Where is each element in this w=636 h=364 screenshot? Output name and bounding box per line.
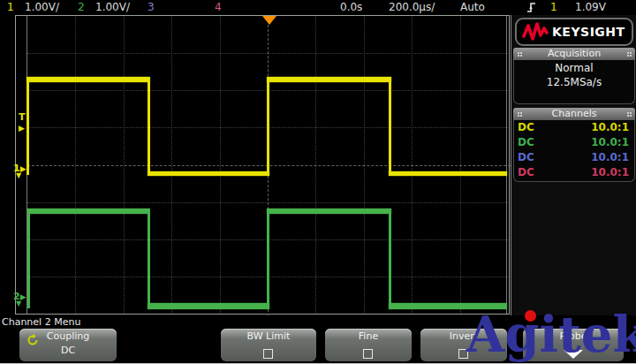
ch1-trace-level (267, 77, 391, 82)
ch2-trace-level (27, 209, 149, 214)
ch1-trace-level (389, 171, 507, 176)
status-bar: 1 1.00V/ 2 1.00V/ 3 4 0.0s 200.0µs/ Auto… (0, 0, 636, 15)
drag-dots-icon (627, 112, 629, 114)
watermark-i-dot (525, 310, 536, 322)
trigger-level-marker[interactable]: T ▶ (19, 111, 26, 133)
channel-row-1[interactable]: DC 10.0:1 (514, 120, 634, 135)
ch2-trace-edge (148, 209, 150, 308)
softkey-fine[interactable]: Fine (325, 329, 412, 361)
status-ch1-scale[interactable]: 1.00V/ (25, 2, 59, 13)
channels-panel: DC 10.0:1 DC 10.0:1 DC 10.0:1 DC 10.0:1 (513, 120, 635, 182)
status-ch4-number[interactable]: 4 (215, 2, 222, 13)
status-time-offset[interactable]: 0.0s (340, 2, 362, 13)
status-ch3-number[interactable]: 3 (148, 2, 155, 13)
status-trigger-source[interactable]: 1 (550, 2, 557, 13)
channel-row-3[interactable]: DC 10.0:1 (514, 150, 634, 165)
status-timebase[interactable]: 200.0µs/ (389, 2, 435, 13)
acquisition-mode: Normal (514, 62, 634, 74)
acquisition-panel: Normal 12.5MSa/s (513, 60, 635, 104)
keysight-spark-icon (522, 21, 549, 42)
brand-logo: KEYSIGHT (515, 18, 633, 46)
ch2-trace-edge (267, 209, 269, 308)
softkey-coupling[interactable]: Coupling DC (19, 329, 117, 361)
status-trigger-mode[interactable]: Auto (460, 2, 485, 13)
ch1-trace-edge (267, 77, 269, 175)
drag-dots-icon (518, 52, 519, 54)
softkey-bw-limit[interactable]: BW Limit (221, 329, 316, 361)
sample-rate: 12.5MSa/s (514, 76, 634, 88)
sidebar: KEYSIGHT Acquisition Normal 12.5MSa/s Ch… (511, 15, 636, 315)
waveform-display: T ▶ 1▶ ▼ 2▶ ▼ (15, 15, 510, 315)
cycle-icon (26, 334, 39, 346)
menu-title: Channel 2 Menu (2, 316, 80, 328)
bw-limit-checkbox[interactable] (263, 349, 273, 359)
ch2-trace-edge (389, 209, 391, 308)
status-ch1-number[interactable]: 1 (7, 2, 14, 13)
edge-trigger-icon (526, 2, 537, 13)
gridline-horizontal (27, 53, 508, 54)
oscilloscope-screen: 1 1.00V/ 2 1.00V/ 3 4 0.0s 200.0µs/ Auto… (0, 0, 636, 364)
channel-row-4[interactable]: DC 10.0:1 (514, 165, 634, 180)
fine-checkbox[interactable] (363, 349, 373, 359)
down-arrow-icon: ▼ (16, 172, 21, 179)
ch2-trace-level (267, 209, 391, 214)
down-arrow-icon: ▼ (16, 300, 21, 307)
ch1-trace-edge (26, 77, 29, 175)
ch1-ground-marker[interactable]: 1▶ ▼ (13, 163, 26, 173)
ch1-trace-level (26, 77, 149, 82)
ch2-trace-edge (27, 209, 30, 308)
status-trigger-level[interactable]: 1.09V (575, 2, 606, 13)
right-arrow-icon: ▶ (19, 124, 25, 133)
brand-name: KEYSIGHT (552, 25, 625, 39)
ch2-trace-level (148, 303, 269, 309)
ch1-trace-edge (148, 77, 150, 175)
ch2-ground-marker[interactable]: 2▶ ▼ (13, 291, 26, 301)
acquisition-panel-header[interactable]: Acquisition (513, 48, 635, 60)
drag-dots-icon (518, 112, 519, 114)
drag-dots-icon (627, 52, 629, 54)
status-ch2-number[interactable]: 2 (78, 2, 85, 13)
channel-row-2[interactable]: DC 10.0:1 (514, 135, 634, 150)
trigger-position-marker[interactable] (262, 16, 276, 25)
status-ch2-scale[interactable]: 1.00V/ (95, 2, 130, 13)
gridline-horizontal (27, 202, 508, 203)
channels-panel-header[interactable]: Channels (513, 108, 635, 120)
ch1-trace-level (148, 171, 269, 176)
ch1-trace-edge (389, 77, 391, 175)
agitek-watermark: Agitek (466, 307, 636, 360)
